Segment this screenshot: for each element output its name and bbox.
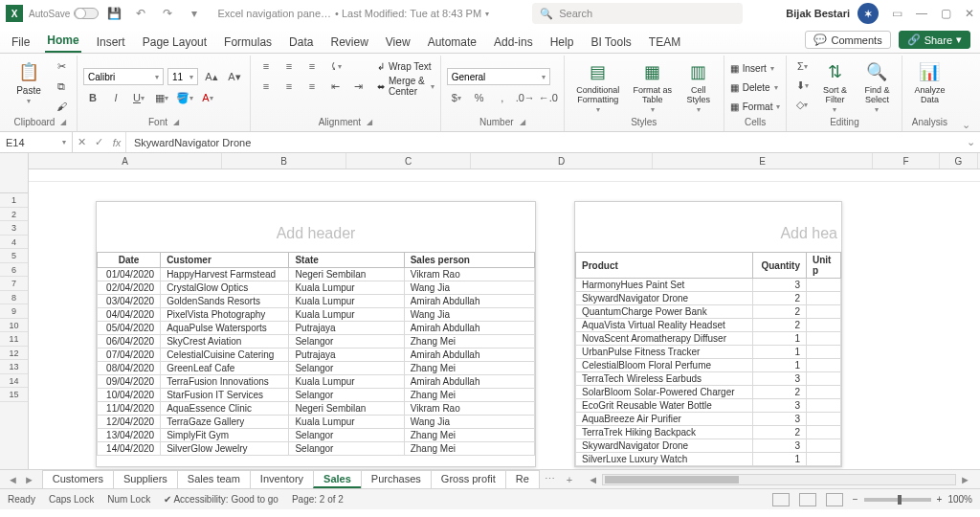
table-header[interactable]: Product xyxy=(576,253,753,279)
row-header[interactable]: 6 xyxy=(0,263,28,278)
table-row[interactable]: 06/04/2020SkyCrest AviationSelangorZhang… xyxy=(98,335,535,348)
dialog-launcher-icon[interactable]: ◢ xyxy=(173,118,179,126)
table-row[interactable]: QuantumCharge Power Bank2 xyxy=(576,305,841,319)
toggle-off-icon[interactable] xyxy=(74,8,99,19)
row-header[interactable]: 5 xyxy=(0,249,28,263)
autosave-toggle[interactable]: AutoSave xyxy=(29,8,99,19)
col-header-b[interactable]: B xyxy=(222,153,346,169)
sales-table[interactable]: DateCustomerStateSales person 01/04/2020… xyxy=(97,252,535,456)
table-row[interactable]: 10/04/2020StarFusion IT ServicesSelangor… xyxy=(98,389,535,402)
col-header-a[interactable]: A xyxy=(29,153,222,169)
zoom-control[interactable]: − + 100% xyxy=(853,494,972,505)
table-row[interactable]: AquaBreeze Air Purifier3 xyxy=(576,413,841,426)
col-header-g[interactable]: G xyxy=(940,153,978,169)
sheet-tab-customers[interactable]: Customers xyxy=(42,470,114,488)
avatar[interactable]: ✶ xyxy=(858,3,879,24)
table-header[interactable]: Customer xyxy=(161,253,289,268)
sheet-tab-inventory[interactable]: Inventory xyxy=(250,470,314,488)
align-bottom-icon[interactable]: ≡ xyxy=(302,57,322,75)
search-input[interactable]: 🔍 Search xyxy=(532,3,743,24)
table-row[interactable]: SkywardNavigator Drone2 xyxy=(576,292,841,305)
italic-icon[interactable]: I xyxy=(106,89,125,106)
format-cells-button[interactable]: ▦ Format ▾ xyxy=(730,98,781,115)
add-header-placeholder-2[interactable]: Add hea xyxy=(575,225,841,252)
align-middle-icon[interactable]: ≡ xyxy=(279,57,299,75)
format-painter-icon[interactable]: 🖌 xyxy=(52,98,71,115)
qat-dropdown-icon[interactable]: ▾ xyxy=(185,4,204,23)
row-header[interactable]: 9 xyxy=(0,304,28,319)
merge-center-button[interactable]: ⬌ Merge & Center ▾ xyxy=(377,78,434,95)
share-button[interactable]: 🔗 Share ▾ xyxy=(899,31,970,49)
row-header[interactable]: 7 xyxy=(0,277,28,291)
save-icon[interactable]: 💾 xyxy=(104,4,123,23)
zoom-in-icon[interactable]: + xyxy=(937,494,943,505)
row-header[interactable]: 2 xyxy=(0,208,28,222)
col-header-d[interactable]: D xyxy=(471,153,653,169)
table-header[interactable]: Unit p xyxy=(807,253,841,279)
table-row[interactable]: 01/04/2020HappyHarvest FarmsteadNegeri S… xyxy=(98,268,535,281)
table-row[interactable]: 08/04/2020GreenLeaf CafeSelangorZhang Me… xyxy=(98,362,535,375)
font-name-select[interactable]: Calibri▾ xyxy=(83,68,164,85)
paste-button[interactable]: 📋 Paste ▾ xyxy=(10,57,48,105)
tab-help[interactable]: Help xyxy=(548,32,576,53)
tab-home[interactable]: Home xyxy=(45,30,80,53)
col-header-f[interactable]: F xyxy=(873,153,940,169)
accounting-format-icon[interactable]: $▾ xyxy=(447,89,466,106)
conditional-formatting-button[interactable]: ▤Conditional Formatting▾ xyxy=(570,57,626,114)
align-left-icon[interactable]: ≡ xyxy=(256,78,276,95)
table-row[interactable]: 04/04/2020PixelVista PhotographyKuala Lu… xyxy=(98,308,535,322)
normal-view-icon[interactable] xyxy=(772,493,790,506)
decrease-font-icon[interactable]: A▾ xyxy=(225,68,244,85)
tab-bi-tools[interactable]: BI Tools xyxy=(589,32,633,53)
scrollbar-thumb[interactable] xyxy=(605,476,739,483)
cancel-formula-icon[interactable]: ✕ xyxy=(78,136,86,148)
table-header[interactable]: Sales person xyxy=(404,253,534,268)
row-header[interactable]: 12 xyxy=(0,347,28,361)
tab-review[interactable]: Review xyxy=(328,32,369,53)
table-row[interactable]: UrbanPulse Fitness Tracker1 xyxy=(576,346,841,359)
dialog-launcher-icon[interactable]: ◢ xyxy=(60,118,66,126)
tab-page-layout[interactable]: Page Layout xyxy=(141,32,209,53)
comma-format-icon[interactable]: , xyxy=(493,89,512,106)
row-header[interactable]: 4 xyxy=(0,236,28,250)
row-header[interactable]: 13 xyxy=(0,360,28,374)
sheet-nav-prev-icon[interactable]: ◄ xyxy=(8,474,18,485)
insert-cells-button[interactable]: ▦ Insert ▾ xyxy=(730,59,774,77)
user-account[interactable]: Bijak Bestari ✶ xyxy=(786,3,879,24)
hscroll-right-icon[interactable]: ► xyxy=(956,474,974,485)
page-break-view-icon[interactable] xyxy=(826,493,843,506)
table-header[interactable]: State xyxy=(289,253,404,268)
sheet-tab-suppliers[interactable]: Suppliers xyxy=(113,470,178,488)
row-header[interactable]: 14 xyxy=(0,374,28,389)
comments-button[interactable]: 💬 Comments xyxy=(805,31,890,49)
cell-styles-button[interactable]: ▥Cell Styles▾ xyxy=(679,57,718,114)
format-as-table-button[interactable]: ▦Format as Table▾ xyxy=(630,57,676,114)
accessibility-status[interactable]: ✔ Accessibility: Good to go xyxy=(164,494,278,505)
tab-insert[interactable]: Insert xyxy=(95,32,127,53)
table-row[interactable]: 02/04/2020CrystalGlow OpticsKuala Lumpur… xyxy=(98,281,535,295)
increase-font-icon[interactable]: A▴ xyxy=(202,68,221,85)
tab-team[interactable]: TEAM xyxy=(647,32,682,53)
enter-formula-icon[interactable]: ✓ xyxy=(95,136,103,148)
autosum-icon[interactable]: Σ▾ xyxy=(792,57,812,75)
horizontal-scrollbar[interactable] xyxy=(602,474,956,485)
zoom-level[interactable]: 100% xyxy=(947,494,972,505)
close-icon[interactable]: ✕ xyxy=(965,7,974,20)
table-row[interactable]: 03/04/2020GoldenSands ResortsKuala Lumpu… xyxy=(98,295,535,308)
table-row[interactable]: SilverLuxe Luxury Watch1 xyxy=(576,453,841,466)
tab-view[interactable]: View xyxy=(384,32,412,53)
dialog-launcher-icon[interactable]: ◢ xyxy=(367,118,372,126)
collapse-ribbon-icon[interactable]: ⌄ xyxy=(956,56,976,131)
maximize-icon[interactable]: ▢ xyxy=(941,7,951,20)
select-all-corner[interactable] xyxy=(0,153,28,193)
table-row[interactable]: 11/04/2020AquaEssence ClinicNegeri Sembi… xyxy=(98,402,535,416)
bold-icon[interactable]: B xyxy=(83,89,102,106)
table-header[interactable]: Date xyxy=(98,253,161,268)
table-row[interactable]: TerraTrek Hiking Backpack2 xyxy=(576,426,841,439)
decrease-decimal-icon[interactable]: ←.0 xyxy=(539,89,558,106)
sheet-scroll-right-icon[interactable]: ⋯ xyxy=(539,473,561,485)
fill-icon[interactable]: ⬇▾ xyxy=(792,77,812,94)
increase-indent-icon[interactable]: ⇥ xyxy=(348,78,368,95)
chevron-down-icon[interactable]: ▾ xyxy=(485,10,489,18)
decrease-indent-icon[interactable]: ⇤ xyxy=(325,78,345,95)
